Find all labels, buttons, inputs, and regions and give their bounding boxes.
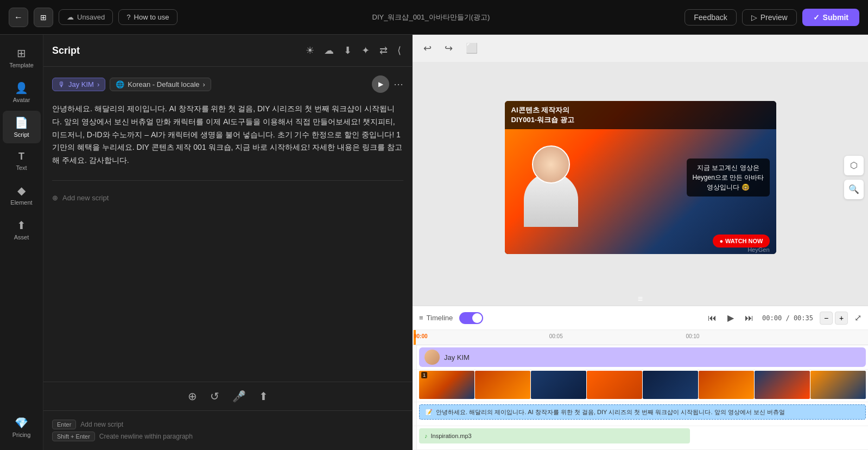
project-title: DIY_워크샵_001_아바타만들기(광고): [372, 12, 490, 22]
asset-icon: ⬆: [17, 219, 26, 232]
how-to-use-button[interactable]: ? How to use: [118, 9, 177, 25]
zoom-in-button[interactable]: +: [835, 312, 848, 325]
video-title-box: AI콘텐츠 제작자의 DIY001-워크숍 광고: [505, 101, 776, 129]
script-tools: ☀ ☁ ⬇ ✦ ⇄ ⟨: [303, 42, 403, 59]
music-track-block[interactable]: ♪ Inspiration.mp3: [419, 428, 690, 443]
cloud-upload-tool-button[interactable]: ☁: [322, 42, 336, 59]
chevron-right-icon: ›: [97, 80, 99, 88]
script-text-content[interactable]: 안녕하세요. 해달리의 제이입니다. AI 창작자를 위한 첫 걸음, DIY …: [52, 98, 403, 172]
cloud-icon: ☁: [67, 13, 74, 21]
script-panel: Script ☀ ☁ ⬇ ✦ ⇄ ⟨ 🎙 Jay KIM › 🌐 Korean …: [43, 35, 413, 450]
check-icon: ✓: [813, 13, 820, 22]
script-track-icon: 📝: [425, 409, 433, 416]
unsaved-label: Unsaved: [77, 13, 105, 21]
sidebar-item-avatar[interactable]: 👤 Avatar: [3, 76, 41, 109]
download-tool-button[interactable]: ⬇: [341, 42, 354, 59]
skip-forward-button[interactable]: ⏭: [743, 311, 756, 325]
translate-tool-button[interactable]: ⇄: [377, 42, 390, 59]
script-actions: ⊕ ↺ 🎤 ⬆: [43, 382, 412, 411]
timeline-ruler: 00:00 00:05 00:10: [413, 330, 868, 345]
sidebar-item-asset[interactable]: ⬆ Asset: [3, 213, 41, 246]
element-icon: ◆: [17, 184, 26, 197]
strip-thumb-5: [643, 371, 698, 399]
avatar-icon: 👤: [15, 81, 28, 94]
feedback-button[interactable]: Feedback: [685, 9, 736, 26]
track-label-script: [413, 402, 417, 426]
preview-button[interactable]: ▷ Preview: [742, 9, 797, 26]
speaker-mic-icon: 🎙: [58, 80, 65, 88]
track-content-avatar: Jay KIM: [417, 345, 868, 369]
music-track-label: Inspiration.mp3: [431, 433, 472, 439]
track-content-music: ♪ Inspiration.mp3: [417, 426, 868, 449]
timeline-toggle[interactable]: ↔: [459, 312, 483, 324]
script-track-block[interactable]: 📝 안녕하세요. 해달리의 제이입니다. AI 창작자를 위한 첫 걸음, DI…: [419, 404, 866, 420]
script-panel-title: Script: [52, 45, 297, 56]
text-icon: T: [18, 151, 24, 162]
screen-size-button[interactable]: ⬜: [464, 40, 480, 56]
track-content-script: 📝 안녕하세요. 해달리의 제이입니다. AI 창작자를 위한 첫 걸음, DI…: [417, 402, 868, 426]
zoom-out-button[interactable]: −: [820, 312, 833, 325]
preview-controls-top: ↩ ↪ ⬜: [413, 35, 868, 62]
collapse-tool-button[interactable]: ⟨: [395, 42, 403, 59]
sidebar-item-script[interactable]: 📄 Script: [3, 111, 41, 143]
video-strip-track-row: 1: [413, 370, 868, 402]
mic-button[interactable]: 🎤: [230, 388, 248, 405]
script-track-row: 📝 안녕하세요. 해달리의 제이입니다. AI 창작자를 위한 첫 걸음, DI…: [413, 402, 868, 426]
back-icon: ←: [14, 12, 23, 22]
caption-line1: 지금 보고계신 영상은: [692, 163, 764, 173]
ai-tool-button[interactable]: ✦: [359, 42, 372, 59]
video-overlay: AI콘텐츠 제작자의 DIY001-워크숍 광고 지금 보고계신 영상은 Hey…: [505, 101, 776, 254]
hint-row: Enter Add new script Shift + Enter Creat…: [43, 411, 412, 450]
timeline-play-button[interactable]: ▶: [725, 310, 736, 325]
speaker-selector[interactable]: 🎙 Jay KIM ›: [52, 78, 105, 91]
sidebar-item-element[interactable]: ◆ Element: [3, 179, 41, 211]
sidebar-item-text[interactable]: T Text: [3, 145, 41, 176]
submit-button[interactable]: ✓ Submit: [802, 9, 859, 26]
redo-preview-button[interactable]: ↪: [442, 40, 455, 56]
fullscreen-button[interactable]: ⤢: [854, 313, 861, 323]
strip-thumb-3: [531, 371, 586, 399]
unsaved-button[interactable]: ☁ Unsaved: [59, 9, 113, 25]
more-options-button[interactable]: ⋯: [394, 78, 403, 90]
watch-now-label: WATCH NOW: [725, 238, 763, 244]
upload-audio-button[interactable]: ⬆: [257, 388, 270, 405]
brightness-tool-button[interactable]: ☀: [303, 42, 316, 59]
undo-preview-button[interactable]: ↩: [421, 40, 434, 56]
avatar-track-block[interactable]: Jay KIM: [419, 347, 866, 367]
avatar-face: [532, 145, 570, 183]
zoom-icon-button[interactable]: 🔍: [844, 180, 864, 199]
shift-enter-key: Shift + Enter: [52, 432, 95, 441]
globe-icon: 🌐: [116, 80, 124, 88]
strip-thumb-8: [810, 371, 866, 399]
avatar-track-row: Jay KIM: [413, 345, 868, 370]
caption-line2: Heygen으로 만든 아바타: [692, 173, 764, 182]
timeline-zoom: − +: [820, 312, 848, 325]
track-label-video: [413, 370, 417, 402]
undo-script-button[interactable]: ↺: [208, 388, 221, 405]
timeline-label: ≡ Timeline: [419, 314, 453, 322]
skip-back-button[interactable]: ⏮: [706, 311, 719, 325]
strip-thumb-2: [475, 371, 530, 399]
timeline-divider: ≡: [413, 293, 868, 306]
language-selector[interactable]: 🌐 Korean - Default locale ›: [110, 78, 211, 91]
back-button[interactable]: ←: [9, 8, 28, 27]
video-strip[interactable]: 1: [419, 371, 866, 399]
split-view-button[interactable]: ⊞: [34, 8, 53, 27]
chevron-down-icon: ›: [203, 80, 205, 88]
sidebar-asset-label: Asset: [14, 234, 29, 240]
sidebar-item-pricing[interactable]: 💎 Pricing: [3, 411, 41, 443]
add-hint-icon: ⊕: [52, 194, 58, 202]
script-play-button[interactable]: ▶: [372, 75, 389, 93]
sidebar-item-template[interactable]: ⊞ Template: [3, 41, 41, 74]
script-track-text: 안녕하세요. 해달리의 제이입니다. AI 창작자를 위한 첫 걸음, DIY …: [436, 408, 785, 416]
add-script-button[interactable]: ⊕: [186, 388, 199, 405]
template-icon: ⊞: [17, 47, 26, 60]
right-panel: ↩ ↪ ⬜ AI콘텐츠 제작자의 DIY001-워크숍 광고: [413, 35, 868, 450]
shift-enter-hint-text: Create newline within paragraph: [99, 433, 193, 440]
timeline-label-text: Timeline: [427, 314, 453, 322]
timeline-menu-icon: ≡: [419, 314, 423, 322]
watch-now-button[interactable]: ● WATCH NOW: [713, 234, 769, 248]
share-icon-button[interactable]: ⬡: [844, 156, 864, 175]
strip-thumb-7: [755, 371, 810, 399]
video-frame: AI콘텐츠 제작자의 DIY001-워크숍 광고 지금 보고계신 영상은 Hey…: [505, 101, 776, 254]
